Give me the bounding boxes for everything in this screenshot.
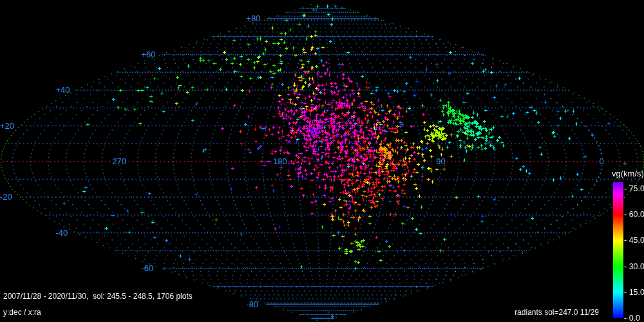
ra-axis-label: 270	[111, 157, 128, 166]
date-range-caption: 2007/11/28 - 2020/11/30, sol: 245.5 - 24…	[3, 292, 193, 301]
dec-axis-label: -20	[0, 193, 12, 201]
colorbar-tick: 60.0	[624, 211, 644, 218]
axis-legend-caption: y:dec / x:ra	[3, 308, 41, 317]
dec-axis-label: +40	[56, 86, 70, 94]
dec-axis-label: +20	[0, 121, 14, 129]
ra-axis-label: 0	[598, 157, 605, 166]
colorbar-title: vg(km/s)	[612, 169, 644, 178]
colorbar-tick: 45.0	[624, 236, 644, 244]
colorbar-tick: 30.0	[624, 263, 644, 270]
colorbar-tick: 75.0	[624, 185, 644, 193]
vg-colorbar	[613, 182, 623, 318]
ra-axis-label: 180	[272, 157, 289, 166]
ra-axis-label: 90	[435, 157, 446, 166]
radiants-sol-caption: radiants sol=247.0 11/29	[495, 308, 599, 317]
radiant-map-view: +80+60+40+20-20-40-60-80270180900 vg(km/…	[0, 0, 644, 322]
dec-axis-label: -60	[141, 264, 153, 272]
colorbar-tick: 15.0	[624, 289, 644, 296]
dec-axis-label: +80	[246, 14, 260, 23]
colorbar-tick: 0.0	[624, 314, 640, 322]
dec-axis-label: +60	[141, 50, 155, 58]
dec-axis-label: -40	[56, 228, 68, 236]
dec-axis-label: -80	[246, 299, 258, 308]
sky-map-canvas[interactable]	[0, 0, 644, 322]
